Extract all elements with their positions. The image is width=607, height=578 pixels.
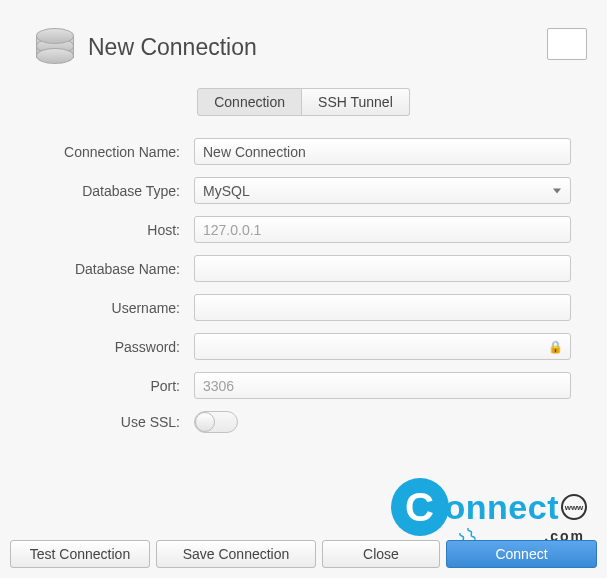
label-connection-name: Connection Name: [20, 144, 180, 160]
use-ssl-toggle[interactable] [194, 411, 238, 433]
database-type-select[interactable] [194, 177, 571, 204]
connection-form: Connection Name: Database Type: Host: Da… [10, 138, 597, 433]
database-name-input[interactable] [194, 255, 571, 282]
button-bar: Test Connection Save Connection Close Co… [10, 540, 597, 568]
connect-button[interactable]: Connect [446, 540, 597, 568]
dialog-header: New Connection [10, 10, 597, 84]
label-database-name: Database Name: [20, 261, 180, 277]
port-input[interactable] [194, 372, 571, 399]
globe-icon: www [561, 494, 587, 520]
watermark-brand: onnect [445, 488, 559, 527]
toggle-knob [195, 412, 215, 432]
username-input[interactable] [194, 294, 571, 321]
database-type-value[interactable] [194, 177, 571, 204]
label-port: Port: [20, 378, 180, 394]
password-input[interactable] [194, 333, 571, 360]
watermark-logo: C onnect www .com ⌇⌇ [391, 478, 587, 536]
label-database-type: Database Type: [20, 183, 180, 199]
header-thumbnail-box [547, 28, 587, 60]
save-connection-button[interactable]: Save Connection [156, 540, 316, 568]
database-icon [36, 28, 74, 66]
test-connection-button[interactable]: Test Connection [10, 540, 150, 568]
label-username: Username: [20, 300, 180, 316]
tab-connection[interactable]: Connection [197, 88, 302, 116]
watermark-letter: C [391, 478, 449, 536]
tab-bar: Connection SSH Tunnel [10, 88, 597, 116]
host-input[interactable] [194, 216, 571, 243]
connection-name-input[interactable] [194, 138, 571, 165]
tab-ssh-tunnel[interactable]: SSH Tunnel [302, 88, 410, 116]
close-button[interactable]: Close [322, 540, 440, 568]
label-use-ssl: Use SSL: [20, 414, 180, 430]
label-password: Password: [20, 339, 180, 355]
label-host: Host: [20, 222, 180, 238]
dialog-title: New Connection [88, 34, 257, 61]
